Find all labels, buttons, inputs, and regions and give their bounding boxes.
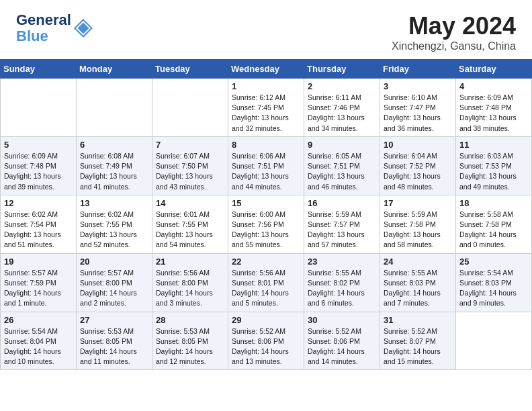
logo-icon [74,19,93,38]
month-year: May 2024 [392,12,516,40]
header-sunday: Sunday [1,60,77,79]
calendar-week-5: 26Sunrise: 5:54 AM Sunset: 8:04 PM Dayli… [1,312,532,370]
day-info: Sunrise: 5:52 AM Sunset: 8:06 PM Dayligh… [308,326,376,367]
header-monday: Monday [77,60,152,79]
day-number: 19 [4,257,73,267]
calendar-cell: 14Sunrise: 6:01 AM Sunset: 7:55 PM Dayli… [152,195,228,253]
calendar-cell: 18Sunrise: 5:58 AM Sunset: 7:58 PM Dayli… [456,195,532,253]
day-number: 18 [459,198,528,208]
calendar-cell: 19Sunrise: 5:57 AM Sunset: 7:59 PM Dayli… [1,253,77,312]
calendar-cell: 3Sunrise: 6:10 AM Sunset: 7:47 PM Daylig… [380,79,456,137]
calendar-cell: 21Sunrise: 5:56 AM Sunset: 8:00 PM Dayli… [152,253,228,312]
calendar-cell: 30Sunrise: 5:52 AM Sunset: 8:06 PM Dayli… [304,312,380,370]
calendar-cell: 10Sunrise: 6:04 AM Sunset: 7:52 PM Dayli… [380,136,456,195]
day-number: 5 [4,140,73,150]
calendar-cell: 7Sunrise: 6:07 AM Sunset: 7:50 PM Daylig… [152,136,228,195]
day-info: Sunrise: 5:55 AM Sunset: 8:03 PM Dayligh… [384,268,452,309]
day-info: Sunrise: 6:05 AM Sunset: 7:51 PM Dayligh… [308,151,376,192]
calendar-cell [456,312,532,370]
calendar-cell: 31Sunrise: 5:52 AM Sunset: 8:07 PM Dayli… [380,312,456,370]
day-number: 13 [80,198,148,208]
day-info: Sunrise: 5:56 AM Sunset: 8:00 PM Dayligh… [156,268,224,309]
day-info: Sunrise: 5:55 AM Sunset: 8:02 PM Dayligh… [308,268,376,309]
header-wednesday: Wednesday [228,60,304,79]
day-number: 10 [384,140,452,150]
calendar-cell: 13Sunrise: 6:02 AM Sunset: 7:55 PM Dayli… [77,195,152,253]
calendar-cell: 20Sunrise: 5:57 AM Sunset: 8:00 PM Dayli… [77,253,152,312]
day-number: 15 [232,198,300,208]
header-thursday: Thursday [304,60,380,79]
calendar-cell: 27Sunrise: 5:53 AM Sunset: 8:05 PM Dayli… [77,312,152,370]
day-number: 9 [308,140,376,150]
day-number: 26 [4,315,73,325]
day-info: Sunrise: 6:11 AM Sunset: 7:46 PM Dayligh… [308,93,376,134]
calendar-week-3: 12Sunrise: 6:02 AM Sunset: 7:54 PM Dayli… [1,195,532,253]
day-info: Sunrise: 5:52 AM Sunset: 8:07 PM Dayligh… [384,326,452,367]
day-number: 3 [384,81,452,91]
day-info: Sunrise: 5:53 AM Sunset: 8:05 PM Dayligh… [156,326,224,367]
calendar-cell: 17Sunrise: 5:59 AM Sunset: 7:58 PM Dayli… [380,195,456,253]
header-friday: Friday [380,60,456,79]
calendar-cell [152,79,228,137]
header-tuesday: Tuesday [152,60,228,79]
day-number: 29 [232,315,300,325]
logo-blue: Blue [16,28,48,44]
calendar-cell: 22Sunrise: 5:56 AM Sunset: 8:01 PM Dayli… [228,253,304,312]
day-number: 16 [308,198,376,208]
day-number: 17 [384,198,452,208]
calendar-table: Sunday Monday Tuesday Wednesday Thursday… [0,59,532,370]
calendar-week-1: 1Sunrise: 6:12 AM Sunset: 7:45 PM Daylig… [1,79,532,137]
day-number: 2 [308,81,376,91]
day-number: 8 [232,140,300,150]
calendar-cell: 29Sunrise: 5:52 AM Sunset: 8:06 PM Dayli… [228,312,304,370]
calendar-cell: 6Sunrise: 6:08 AM Sunset: 7:49 PM Daylig… [77,136,152,195]
page-header: GeneralBlue May 2024 Xinchengzi, Gansu, … [0,0,532,59]
day-info: Sunrise: 5:59 AM Sunset: 7:57 PM Dayligh… [308,210,376,250]
day-info: Sunrise: 5:57 AM Sunset: 8:00 PM Dayligh… [80,268,148,309]
day-number: 4 [459,81,528,91]
calendar-cell: 9Sunrise: 6:05 AM Sunset: 7:51 PM Daylig… [304,136,380,195]
day-info: Sunrise: 6:01 AM Sunset: 7:55 PM Dayligh… [156,210,224,250]
calendar-cell: 12Sunrise: 6:02 AM Sunset: 7:54 PM Dayli… [1,195,77,253]
calendar-header-row: Sunday Monday Tuesday Wednesday Thursday… [1,60,532,79]
day-number: 24 [384,257,452,267]
day-info: Sunrise: 6:02 AM Sunset: 7:54 PM Dayligh… [4,210,73,250]
day-info: Sunrise: 6:10 AM Sunset: 7:47 PM Dayligh… [384,93,452,134]
calendar-cell: 26Sunrise: 5:54 AM Sunset: 8:04 PM Dayli… [1,312,77,370]
logo-text: GeneralBlue [16,12,71,44]
calendar-cell: 15Sunrise: 6:00 AM Sunset: 7:56 PM Dayli… [228,195,304,253]
day-number: 23 [308,257,376,267]
calendar-cell: 23Sunrise: 5:55 AM Sunset: 8:02 PM Dayli… [304,253,380,312]
day-number: 28 [156,315,224,325]
day-number: 14 [156,198,224,208]
day-info: Sunrise: 6:07 AM Sunset: 7:50 PM Dayligh… [156,151,224,192]
day-info: Sunrise: 6:00 AM Sunset: 7:56 PM Dayligh… [232,210,300,250]
location: Xinchengzi, Gansu, China [392,40,516,52]
calendar-week-4: 19Sunrise: 5:57 AM Sunset: 7:59 PM Dayli… [1,253,532,312]
logo: GeneralBlue [16,12,93,44]
day-number: 6 [80,140,148,150]
day-info: Sunrise: 5:56 AM Sunset: 8:01 PM Dayligh… [232,268,300,309]
day-info: Sunrise: 6:08 AM Sunset: 7:49 PM Dayligh… [80,151,148,192]
header-saturday: Saturday [456,60,532,79]
calendar-cell: 4Sunrise: 6:09 AM Sunset: 7:48 PM Daylig… [456,79,532,137]
day-info: Sunrise: 5:54 AM Sunset: 8:03 PM Dayligh… [459,268,528,309]
day-number: 31 [384,315,452,325]
day-number: 25 [459,257,528,267]
day-info: Sunrise: 6:12 AM Sunset: 7:45 PM Dayligh… [232,93,300,134]
day-number: 30 [308,315,376,325]
day-number: 1 [232,81,300,91]
day-info: Sunrise: 5:59 AM Sunset: 7:58 PM Dayligh… [384,210,452,250]
calendar-cell: 28Sunrise: 5:53 AM Sunset: 8:05 PM Dayli… [152,312,228,370]
day-info: Sunrise: 5:54 AM Sunset: 8:04 PM Dayligh… [4,326,73,367]
calendar-cell: 25Sunrise: 5:54 AM Sunset: 8:03 PM Dayli… [456,253,532,312]
day-number: 27 [80,315,148,325]
day-number: 22 [232,257,300,267]
calendar-cell: 1Sunrise: 6:12 AM Sunset: 7:45 PM Daylig… [228,79,304,137]
day-info: Sunrise: 5:52 AM Sunset: 8:06 PM Dayligh… [232,326,300,367]
day-info: Sunrise: 6:03 AM Sunset: 7:53 PM Dayligh… [459,151,528,192]
calendar-cell: 8Sunrise: 6:06 AM Sunset: 7:51 PM Daylig… [228,136,304,195]
day-number: 11 [459,140,528,150]
day-info: Sunrise: 6:06 AM Sunset: 7:51 PM Dayligh… [232,151,300,192]
title-block: May 2024 Xinchengzi, Gansu, China [392,12,516,52]
